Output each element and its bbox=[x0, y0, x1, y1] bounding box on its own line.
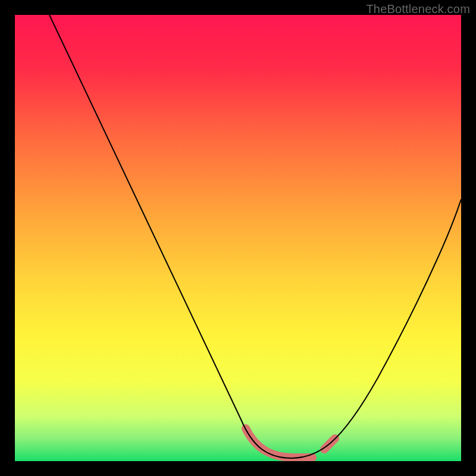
bottleneck-curve bbox=[49, 15, 461, 458]
watermark-text: TheBottleneck.com bbox=[366, 2, 470, 16]
curve-overlay bbox=[15, 15, 461, 461]
plot-area bbox=[15, 15, 461, 461]
chart-frame: TheBottleneck.com bbox=[0, 0, 476, 476]
